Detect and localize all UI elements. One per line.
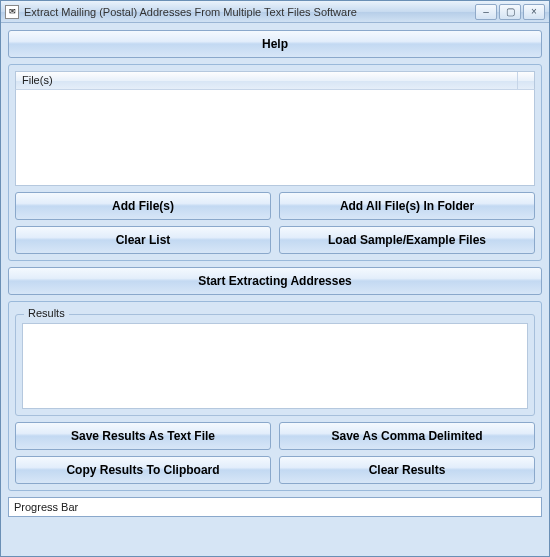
main-window: ✉ Extract Mailing (Postal) Addresses Fro… <box>0 0 550 557</box>
app-icon: ✉ <box>5 5 19 19</box>
progress-bar: Progress Bar <box>8 497 542 517</box>
titlebar[interactable]: ✉ Extract Mailing (Postal) Addresses Fro… <box>1 1 549 23</box>
results-buttons-row2: Copy Results To Clipboard Clear Results <box>15 456 535 484</box>
add-files-button[interactable]: Add File(s) <box>15 192 271 220</box>
files-list[interactable] <box>15 90 535 186</box>
minimize-button[interactable]: – <box>475 4 497 20</box>
results-buttons-row1: Save Results As Text File Save As Comma … <box>15 422 535 450</box>
load-sample-button[interactable]: Load Sample/Example Files <box>279 226 535 254</box>
close-button[interactable]: × <box>523 4 545 20</box>
results-fieldset: Results <box>15 314 535 416</box>
help-button[interactable]: Help <box>8 30 542 58</box>
add-folder-button[interactable]: Add All File(s) In Folder <box>279 192 535 220</box>
clear-results-button[interactable]: Clear Results <box>279 456 535 484</box>
files-panel: File(s) Add File(s) Add All File(s) In F… <box>8 64 542 261</box>
clear-list-button[interactable]: Clear List <box>15 226 271 254</box>
results-box[interactable] <box>22 323 528 409</box>
copy-clipboard-button[interactable]: Copy Results To Clipboard <box>15 456 271 484</box>
files-column-header[interactable]: File(s) <box>16 72 518 89</box>
start-button[interactable]: Start Extracting Addresses <box>8 267 542 295</box>
window-title: Extract Mailing (Postal) Addresses From … <box>24 6 475 18</box>
file-buttons-row1: Add File(s) Add All File(s) In Folder <box>15 192 535 220</box>
files-header-spacer <box>518 72 534 89</box>
progress-label: Progress Bar <box>14 501 78 513</box>
save-text-button[interactable]: Save Results As Text File <box>15 422 271 450</box>
file-buttons-row2: Clear List Load Sample/Example Files <box>15 226 535 254</box>
client-area: Help File(s) Add File(s) Add All File(s)… <box>1 23 549 556</box>
results-panel: Results Save Results As Text File Save A… <box>8 301 542 491</box>
save-csv-button[interactable]: Save As Comma Delimited <box>279 422 535 450</box>
maximize-button[interactable]: ▢ <box>499 4 521 20</box>
files-list-header[interactable]: File(s) <box>15 71 535 90</box>
results-legend: Results <box>24 307 69 319</box>
files-list-container: File(s) <box>15 71 535 186</box>
window-controls: – ▢ × <box>475 4 545 20</box>
